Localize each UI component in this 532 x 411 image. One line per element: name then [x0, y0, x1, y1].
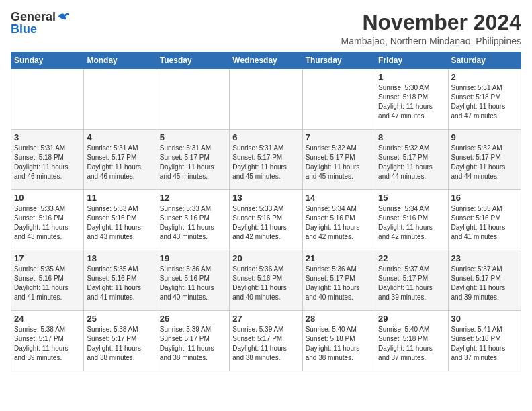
calendar-cell: 22Sunrise: 5:37 AM Sunset: 5:17 PM Dayli…: [375, 250, 448, 311]
calendar-cell: 30Sunrise: 5:41 AM Sunset: 5:18 PM Dayli…: [448, 311, 521, 371]
weekday-header-row: SundayMondayTuesdayWednesdayThursdayFrid…: [11, 52, 521, 69]
month-title: November 2024: [341, 11, 521, 34]
calendar-cell: 20Sunrise: 5:36 AM Sunset: 5:16 PM Dayli…: [230, 250, 302, 311]
calendar-cell: 4Sunrise: 5:31 AM Sunset: 5:17 PM Daylig…: [84, 130, 157, 190]
calendar-cell: 8Sunrise: 5:32 AM Sunset: 5:17 PM Daylig…: [375, 130, 448, 190]
day-info: Sunrise: 5:33 AM Sunset: 5:16 PM Dayligh…: [87, 204, 153, 242]
calendar-week-row: 1Sunrise: 5:30 AM Sunset: 5:18 PM Daylig…: [11, 69, 521, 130]
calendar-week-row: 17Sunrise: 5:35 AM Sunset: 5:16 PM Dayli…: [11, 250, 521, 311]
calendar-cell: 10Sunrise: 5:33 AM Sunset: 5:16 PM Dayli…: [11, 190, 84, 250]
day-info: Sunrise: 5:40 AM Sunset: 5:18 PM Dayligh…: [306, 325, 372, 363]
day-info: Sunrise: 5:32 AM Sunset: 5:17 PM Dayligh…: [451, 144, 518, 181]
logo-bird-icon: [57, 11, 71, 22]
calendar-week-row: 3Sunrise: 5:31 AM Sunset: 5:18 PM Daylig…: [11, 130, 521, 190]
day-info: Sunrise: 5:31 AM Sunset: 5:17 PM Dayligh…: [160, 144, 226, 181]
day-number: 15: [378, 193, 445, 203]
day-info: Sunrise: 5:31 AM Sunset: 5:18 PM Dayligh…: [451, 83, 518, 121]
calendar-cell: 23Sunrise: 5:37 AM Sunset: 5:17 PM Dayli…: [448, 250, 521, 311]
day-number: 11: [87, 193, 153, 203]
weekday-header-thursday: Thursday: [302, 52, 375, 69]
calendar-cell: 6Sunrise: 5:31 AM Sunset: 5:17 PM Daylig…: [230, 130, 302, 190]
weekday-header-sunday: Sunday: [11, 52, 84, 69]
logo-general-text: General: [11, 11, 56, 23]
day-number: 25: [87, 314, 153, 324]
day-info: Sunrise: 5:37 AM Sunset: 5:17 PM Dayligh…: [451, 265, 518, 302]
day-number: 30: [451, 314, 518, 324]
day-info: Sunrise: 5:33 AM Sunset: 5:16 PM Dayligh…: [14, 204, 81, 242]
day-info: Sunrise: 5:36 AM Sunset: 5:16 PM Dayligh…: [160, 265, 226, 302]
day-info: Sunrise: 5:41 AM Sunset: 5:18 PM Dayligh…: [451, 325, 518, 363]
weekday-header-wednesday: Wednesday: [230, 52, 302, 69]
calendar-cell: 28Sunrise: 5:40 AM Sunset: 5:18 PM Dayli…: [302, 311, 375, 371]
day-number: 8: [378, 132, 445, 142]
day-info: Sunrise: 5:34 AM Sunset: 5:16 PM Dayligh…: [306, 204, 372, 242]
day-info: Sunrise: 5:34 AM Sunset: 5:16 PM Dayligh…: [378, 204, 445, 242]
calendar-cell: 19Sunrise: 5:36 AM Sunset: 5:16 PM Dayli…: [157, 250, 229, 311]
day-number: 9: [451, 132, 518, 142]
day-number: 1: [378, 72, 445, 82]
day-info: Sunrise: 5:39 AM Sunset: 5:17 PM Dayligh…: [160, 325, 226, 363]
day-number: 7: [306, 132, 372, 142]
weekday-header-saturday: Saturday: [448, 52, 521, 69]
day-number: 27: [232, 314, 299, 324]
calendar-cell: 12Sunrise: 5:33 AM Sunset: 5:16 PM Dayli…: [157, 190, 229, 250]
calendar-cell: 27Sunrise: 5:39 AM Sunset: 5:17 PM Dayli…: [230, 311, 302, 371]
day-info: Sunrise: 5:32 AM Sunset: 5:17 PM Dayligh…: [306, 144, 372, 181]
day-number: 19: [160, 253, 226, 263]
calendar-cell: 9Sunrise: 5:32 AM Sunset: 5:17 PM Daylig…: [448, 130, 521, 190]
calendar-cell: 14Sunrise: 5:34 AM Sunset: 5:16 PM Dayli…: [302, 190, 375, 250]
calendar-cell: 17Sunrise: 5:35 AM Sunset: 5:16 PM Dayli…: [11, 250, 84, 311]
calendar-cell: [157, 69, 229, 130]
day-number: 10: [14, 193, 81, 203]
calendar-cell: [11, 69, 84, 130]
day-number: 12: [160, 193, 226, 203]
day-info: Sunrise: 5:35 AM Sunset: 5:16 PM Dayligh…: [14, 265, 81, 302]
day-info: Sunrise: 5:31 AM Sunset: 5:17 PM Dayligh…: [232, 144, 299, 181]
calendar-cell: 3Sunrise: 5:31 AM Sunset: 5:18 PM Daylig…: [11, 130, 84, 190]
day-info: Sunrise: 5:33 AM Sunset: 5:16 PM Dayligh…: [160, 204, 226, 242]
weekday-header-tuesday: Tuesday: [157, 52, 229, 69]
day-number: 26: [160, 314, 226, 324]
day-number: 5: [160, 132, 226, 142]
calendar-cell: 7Sunrise: 5:32 AM Sunset: 5:17 PM Daylig…: [302, 130, 375, 190]
day-info: Sunrise: 5:40 AM Sunset: 5:18 PM Dayligh…: [378, 325, 445, 363]
day-info: Sunrise: 5:39 AM Sunset: 5:17 PM Dayligh…: [232, 325, 299, 363]
calendar-cell: 1Sunrise: 5:30 AM Sunset: 5:18 PM Daylig…: [375, 69, 448, 130]
day-info: Sunrise: 5:35 AM Sunset: 5:16 PM Dayligh…: [451, 204, 518, 242]
calendar-cell: 24Sunrise: 5:38 AM Sunset: 5:17 PM Dayli…: [11, 311, 84, 371]
calendar-cell: 26Sunrise: 5:39 AM Sunset: 5:17 PM Dayli…: [157, 311, 229, 371]
day-info: Sunrise: 5:31 AM Sunset: 5:17 PM Dayligh…: [87, 144, 153, 181]
calendar-week-row: 24Sunrise: 5:38 AM Sunset: 5:17 PM Dayli…: [11, 311, 521, 371]
calendar-cell: 21Sunrise: 5:36 AM Sunset: 5:17 PM Dayli…: [302, 250, 375, 311]
day-info: Sunrise: 5:37 AM Sunset: 5:17 PM Dayligh…: [378, 265, 445, 302]
day-number: 2: [451, 72, 518, 82]
day-info: Sunrise: 5:38 AM Sunset: 5:17 PM Dayligh…: [14, 325, 81, 363]
calendar-cell: [84, 69, 157, 130]
day-number: 21: [306, 253, 372, 263]
weekday-header-monday: Monday: [84, 52, 157, 69]
day-number: 24: [14, 314, 81, 324]
calendar-cell: [302, 69, 375, 130]
calendar-cell: 11Sunrise: 5:33 AM Sunset: 5:16 PM Dayli…: [84, 190, 157, 250]
weekday-header-friday: Friday: [375, 52, 448, 69]
day-number: 28: [306, 314, 372, 324]
day-number: 3: [14, 132, 81, 142]
calendar-cell: 29Sunrise: 5:40 AM Sunset: 5:18 PM Dayli…: [375, 311, 448, 371]
day-number: 4: [87, 132, 153, 142]
day-number: 14: [306, 193, 372, 203]
calendar-cell: 15Sunrise: 5:34 AM Sunset: 5:16 PM Dayli…: [375, 190, 448, 250]
calendar-cell: 13Sunrise: 5:33 AM Sunset: 5:16 PM Dayli…: [230, 190, 302, 250]
day-info: Sunrise: 5:33 AM Sunset: 5:16 PM Dayligh…: [232, 204, 299, 242]
day-info: Sunrise: 5:31 AM Sunset: 5:18 PM Dayligh…: [14, 144, 81, 181]
day-number: 20: [232, 253, 299, 263]
calendar-table: SundayMondayTuesdayWednesdayThursdayFrid…: [11, 52, 521, 371]
calendar-cell: 2Sunrise: 5:31 AM Sunset: 5:18 PM Daylig…: [448, 69, 521, 130]
day-number: 13: [232, 193, 299, 203]
calendar-cell: 25Sunrise: 5:38 AM Sunset: 5:17 PM Dayli…: [84, 311, 157, 371]
day-number: 23: [451, 253, 518, 263]
title-section: November 2024 Mambajao, Northern Mindana…: [341, 11, 521, 46]
day-info: Sunrise: 5:30 AM Sunset: 5:18 PM Dayligh…: [378, 83, 445, 121]
calendar-cell: 5Sunrise: 5:31 AM Sunset: 5:17 PM Daylig…: [157, 130, 229, 190]
day-number: 6: [232, 132, 299, 142]
day-number: 22: [378, 253, 445, 263]
